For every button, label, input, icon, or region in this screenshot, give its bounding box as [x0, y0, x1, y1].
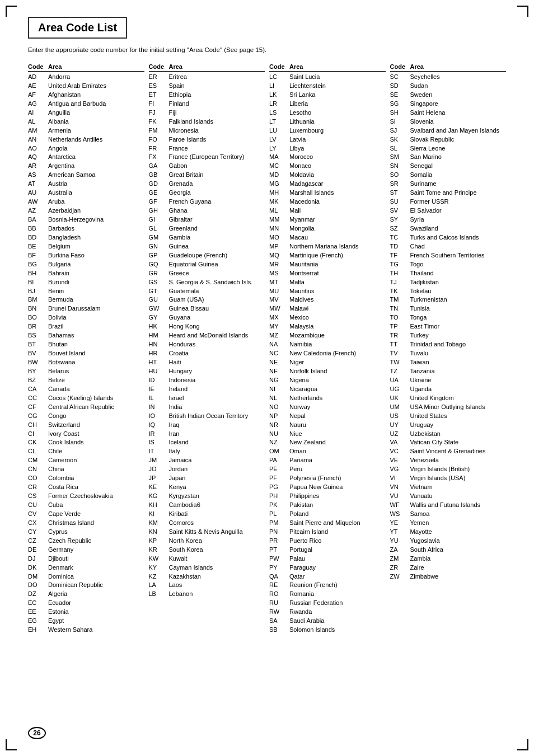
table-row: MWMalawi [269, 304, 386, 313]
entry-area: Seychelles [410, 73, 507, 82]
entry-code: CH [28, 421, 48, 430]
table-row: PFPolynesia (French) [269, 474, 386, 483]
entry-area: Reunion (French) [289, 581, 386, 590]
entry-code: ZA [390, 546, 410, 555]
entry-area: Sri Lanka [289, 91, 386, 100]
entry-area: Grenada [169, 180, 265, 189]
table-row: SMSan Marino [390, 153, 507, 162]
entry-code: MN [269, 224, 289, 233]
table-row: USUnited States [390, 412, 507, 421]
table-row: KRSouth Korea [149, 546, 265, 555]
title-box: Area Code List [28, 17, 127, 39]
entry-area: Guatemala [169, 287, 265, 296]
entry-area: Mozambique [289, 331, 386, 340]
entry-area: Ivory Coast [48, 430, 144, 439]
entry-code: BD [28, 233, 48, 242]
entry-code: AD [28, 73, 48, 82]
entry-code: AT [28, 180, 48, 189]
entry-area: Gabon [169, 162, 265, 171]
entry-area: Nauru [289, 421, 386, 430]
table-row: KNSaint Kitts & Nevis Anguilla [149, 528, 265, 537]
table-row: AFAfghanistan [28, 91, 144, 100]
entry-area: Haiti [169, 358, 265, 367]
entry-area: Ghana [169, 206, 265, 215]
table-row: TMTurkmenistan [390, 295, 507, 304]
table-row: CACanada [28, 385, 144, 394]
entry-code: RU [269, 599, 289, 608]
entry-area: Angola [48, 144, 144, 153]
entry-code: PT [269, 546, 289, 555]
entry-code: SO [390, 171, 410, 180]
entry-area: American Samoa [48, 171, 144, 180]
entry-code: TW [390, 358, 410, 367]
entry-area: Brazil [48, 322, 144, 331]
col-2-header: CodeArea [269, 63, 386, 72]
entry-code: GN [149, 242, 169, 251]
entry-area: Micronesia [169, 126, 265, 135]
entry-area: Uruguay [410, 421, 507, 430]
entry-area: Nepal [289, 412, 386, 421]
table-row: NZNew Zealand [269, 438, 386, 447]
entry-code: SJ [390, 126, 410, 135]
entry-code: AZ [28, 206, 48, 215]
entry-code: US [390, 412, 410, 421]
table-row: GBGreat Britain [149, 171, 265, 180]
entry-code: SY [390, 215, 410, 224]
table-row: SZSwaziland [390, 224, 507, 233]
table-row: QAQatar [269, 572, 386, 581]
table-row: RURussian Federation [269, 599, 386, 608]
entry-area: Portugal [289, 546, 386, 555]
table-row: BNBrunei Darussalam [28, 304, 144, 313]
entry-code: CV [28, 510, 48, 519]
entry-area: Afghanistan [48, 91, 144, 100]
table-row: SHSaint Helena [390, 109, 507, 118]
entry-code: GT [149, 287, 169, 296]
table-row: CSFormer Czechoslovakia [28, 492, 144, 501]
entry-area: Indonesia [169, 376, 265, 385]
entry-code: AW [28, 198, 48, 206]
entry-area: Ireland [169, 385, 265, 394]
col-header-code: Code [149, 63, 169, 70]
entry-code: CN [28, 465, 48, 474]
table-row: BABosnia-Herzegovina [28, 215, 144, 224]
entry-code: PW [269, 555, 289, 564]
entry-code: BO [28, 313, 48, 322]
entry-code: CC [28, 394, 48, 403]
table-row: TDChad [390, 242, 507, 251]
corner-mark-br [517, 739, 528, 750]
entry-area: Liechtenstein [289, 82, 386, 91]
col-header-area: Area [410, 63, 424, 70]
entry-code: AO [28, 144, 48, 153]
entry-code: KW [149, 555, 169, 564]
entry-code: BW [28, 358, 48, 367]
table-row: KIKiribati [149, 510, 265, 519]
entry-area: Tokelau [410, 287, 507, 296]
entry-code: TH [390, 269, 410, 278]
table-row: MLMali [269, 206, 386, 215]
entry-code: CG [28, 412, 48, 421]
entry-area: Guam (USA) [169, 295, 265, 304]
table-row: TTTrinidad and Tobago [390, 340, 507, 349]
table-row: KZKazakhstan [149, 572, 265, 581]
entry-area: Kenya [169, 483, 265, 492]
entry-area: Madagascar [289, 180, 386, 189]
entry-code: BF [28, 251, 48, 260]
table-row: AGAntigua and Barbuda [28, 100, 144, 109]
entry-code: SH [390, 109, 410, 118]
entry-area: Taiwan [410, 358, 507, 367]
entry-area: French Guyana [169, 198, 265, 206]
entry-code: CS [28, 492, 48, 501]
entry-code: SE [390, 91, 410, 100]
table-row: VEVenezuela [390, 456, 507, 465]
entry-code: UM [390, 403, 410, 412]
entry-code: AL [28, 118, 48, 126]
entry-area: Tanzania [410, 367, 507, 376]
entry-area: Austria [48, 180, 144, 189]
table-row: PTPortugal [269, 546, 386, 555]
entry-code: TV [390, 349, 410, 358]
entry-code: NC [269, 349, 289, 358]
entry-area: Canada [48, 385, 144, 394]
entry-area: Pitcairn Island [289, 528, 386, 537]
entry-area: Dominican Republic [48, 581, 144, 590]
table-row: VCSaint Vincent & Grenadines [390, 447, 507, 456]
